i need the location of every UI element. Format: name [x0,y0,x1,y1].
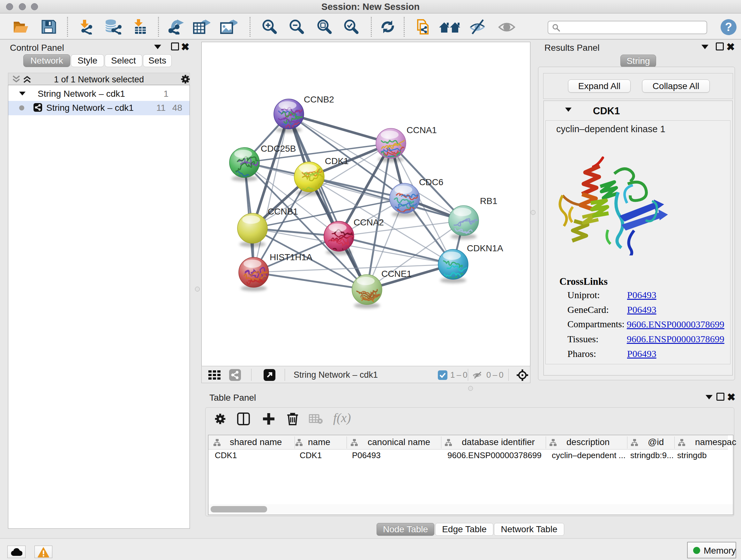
svg-text:CCNE1: CCNE1 [381,269,412,279]
svg-text:CDK1: CDK1 [325,156,349,166]
svg-text:HIST1H1A: HIST1H1A [270,252,313,262]
svg-text:CDC6: CDC6 [419,177,443,187]
svg-text:CCNA1: CCNA1 [407,125,437,135]
svg-text:CDC25B: CDC25B [261,144,296,153]
svg-text:CCNA2: CCNA2 [354,217,384,227]
svg-text:CCNB2: CCNB2 [304,95,334,105]
svg-text:CDKN1A: CDKN1A [467,243,503,253]
svg-text:CCNB1: CCNB1 [268,206,298,216]
svg-text:RB1: RB1 [480,196,497,206]
